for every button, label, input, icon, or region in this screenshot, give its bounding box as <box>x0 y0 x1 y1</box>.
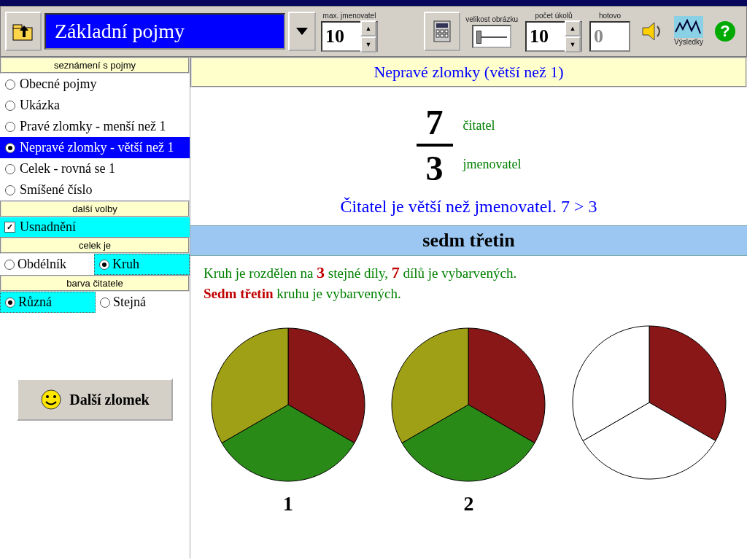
circle-number: 2 <box>463 492 473 516</box>
calculator-icon <box>430 19 454 44</box>
sidebar-group4-title: barva čitatele <box>0 275 190 292</box>
svg-rect-7 <box>445 30 448 33</box>
svg-rect-8 <box>436 34 439 37</box>
svg-text:?: ? <box>720 22 729 40</box>
results-button[interactable]: Výsledky <box>674 16 703 47</box>
shape-rect-radio[interactable]: Obdélník <box>0 254 94 275</box>
up-folder-button[interactable] <box>5 12 42 51</box>
sidebar-item-label: Celek - rovná se 1 <box>20 161 115 176</box>
sidebar-item-3[interactable]: Nepravé zlomky - větší než 1 <box>0 137 190 158</box>
radio-icon <box>5 143 15 153</box>
max-denom-label: max. jmenovatel <box>323 12 376 20</box>
svg-point-16 <box>46 395 49 398</box>
circle-number: 1 <box>283 492 293 516</box>
done-group: hotovo <box>589 12 630 52</box>
topic-combo-arrow[interactable] <box>288 12 316 51</box>
sidebar-item-0[interactable]: Obecné pojmy <box>0 74 190 95</box>
fraction-display: 7 3 <box>417 102 453 188</box>
radio-icon <box>5 79 15 90</box>
color-same-radio[interactable]: Stejná <box>96 292 190 313</box>
sidebar-group1-title: seznámení s pojmy <box>0 57 190 74</box>
svg-rect-4 <box>436 23 448 28</box>
sidebar-item-2[interactable]: Pravé zlomky - menší než 1 <box>0 116 190 137</box>
task-count-down[interactable]: ▼ <box>565 36 581 52</box>
svg-rect-10 <box>445 34 448 37</box>
fraction-words: sedm třetin <box>190 225 747 256</box>
help-button[interactable]: ? <box>708 13 742 50</box>
radio-icon <box>5 164 15 174</box>
task-count-group: počet úkolů ▲ ▼ <box>525 12 582 52</box>
numerator-value: 7 <box>426 102 444 142</box>
pie-chart <box>569 322 729 483</box>
svg-marker-11 <box>643 23 654 40</box>
sidebar-item-5[interactable]: Smíšené číslo <box>0 179 190 201</box>
sidebar-item-label: Pravé zlomky - menší než 1 <box>20 119 166 134</box>
circle-3 <box>569 322 729 518</box>
pie-chart <box>208 324 368 485</box>
shape-circle-radio[interactable]: Kruh <box>94 254 190 275</box>
sidebar-item-label: Smíšené číslo <box>20 182 93 198</box>
image-size-group: velikost obrázku <box>465 15 518 48</box>
speaker-icon <box>640 19 665 44</box>
numerator-label: čitatel <box>463 118 522 133</box>
max-denom-group: max. jmenovatel ▲ ▼ <box>321 12 378 52</box>
max-denom-input[interactable] <box>322 26 360 47</box>
task-count-label: počet úkolů <box>535 12 572 20</box>
task-count-up[interactable]: ▲ <box>565 20 581 36</box>
toolbar: Základní pojmy max. jmenovatel ▲ ▼ velik… <box>0 6 747 57</box>
sidebar-item-4[interactable]: Celek - rovná se 1 <box>0 158 190 179</box>
sidebar-item-label: Obecné pojmy <box>20 77 96 92</box>
chevron-down-icon <box>295 27 309 36</box>
svg-rect-6 <box>441 30 444 33</box>
radio-icon <box>5 185 15 195</box>
svg-rect-5 <box>436 30 439 33</box>
calculator-button[interactable] <box>424 12 460 51</box>
svg-marker-2 <box>296 28 308 35</box>
topic-combo[interactable]: Základní pojmy <box>44 13 285 50</box>
max-denom-up[interactable]: ▲ <box>360 20 376 36</box>
radio-icon <box>5 122 15 132</box>
denominator-value: 3 <box>426 148 444 188</box>
circle-1: 1 <box>208 324 368 516</box>
folder-up-icon <box>11 19 36 44</box>
check-icon: ✓ <box>4 222 15 233</box>
denominator-label: jmenovatel <box>463 157 522 172</box>
results-label: Výsledky <box>674 38 703 46</box>
circle-2: 2 <box>388 324 549 516</box>
svg-point-17 <box>53 395 56 398</box>
help-icon: ? <box>713 19 738 44</box>
sidebar-item-1[interactable]: Ukázka <box>0 95 190 116</box>
next-fraction-label: Další zlomek <box>69 392 149 408</box>
chart-icon <box>674 16 703 38</box>
done-value <box>591 26 629 47</box>
image-size-label: velikost obrázku <box>465 15 518 23</box>
sound-button[interactable] <box>635 13 669 50</box>
main-title: Nepravé zlomky (větší než 1) <box>190 57 747 88</box>
image-size-slider[interactable] <box>472 25 511 48</box>
ease-checkbox-row[interactable]: ✓ Usnadnění <box>0 217 190 237</box>
svg-point-15 <box>42 390 61 409</box>
main-panel: Nepravé zlomky (větší než 1) 7 3 čitatel… <box>190 57 747 559</box>
pie-chart <box>388 324 549 485</box>
svg-rect-1 <box>13 25 22 28</box>
done-label: hotovo <box>599 12 621 20</box>
radio-icon <box>5 101 15 111</box>
next-fraction-button[interactable]: Další zlomek <box>17 378 173 421</box>
task-count-input[interactable] <box>527 26 565 47</box>
sidebar-group2-title: další volby <box>0 201 190 217</box>
smiley-icon <box>40 389 62 411</box>
description-text: Kruh je rozdělen na 3 stejné díly, 7 díl… <box>190 256 747 309</box>
sidebar-item-label: Ukázka <box>20 98 60 113</box>
svg-rect-9 <box>441 34 444 37</box>
sidebar-item-label: Nepravé zlomky - větší než 1 <box>20 140 174 155</box>
ease-label: Usnadnění <box>20 219 76 235</box>
sidebar-group3-title: celek je <box>0 237 190 254</box>
max-denom-down[interactable]: ▼ <box>360 36 376 52</box>
color-diff-radio[interactable]: Různá <box>0 292 96 313</box>
comparison-statement: Čitatel je větší než jmenovatel. 7 > 3 <box>190 192 747 225</box>
sidebar: seznámení s pojmy Obecné pojmyUkázkaPrav… <box>0 57 190 559</box>
